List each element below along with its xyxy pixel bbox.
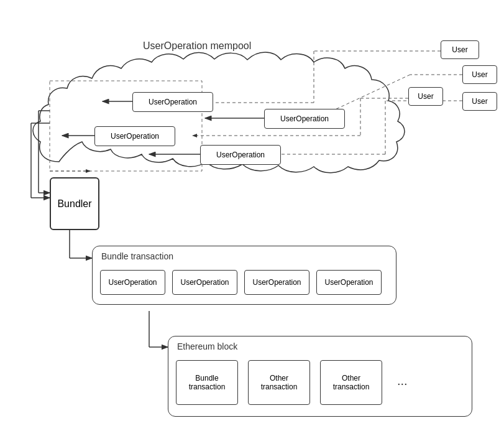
diagram: UserOperation mempool UserOperation User… (0, 0, 504, 436)
bundle-transaction-label: Bundle transaction (101, 251, 173, 261)
bundle-uo-3: UserOperation (244, 270, 309, 295)
ethereum-block-label: Ethereum block (177, 341, 237, 351)
userop-box-4: UserOperation (200, 145, 281, 165)
ethereum-item-4: ... (397, 374, 408, 388)
user-box-1: User (441, 40, 479, 59)
ethereum-item-3: Other transaction (320, 360, 382, 405)
bundler-box: Bundler (50, 177, 99, 230)
userop-box-3: UserOperation (94, 126, 175, 146)
userop-box-1: UserOperation (132, 92, 213, 112)
mempool-label: UserOperation mempool (143, 40, 251, 52)
user-box-4: User (462, 92, 497, 111)
bundle-uo-1: UserOperation (100, 270, 165, 295)
user-box-2: User (462, 65, 497, 84)
user-box-3: User (408, 87, 443, 106)
ethereum-item-1: Bundle transaction (176, 360, 238, 405)
bundle-uo-2: UserOperation (172, 270, 237, 295)
userop-box-2: UserOperation (264, 109, 345, 129)
ethereum-block-container: Ethereum block Bundle transaction Other … (168, 336, 472, 417)
bundle-transaction-container: Bundle transaction UserOperation UserOpe… (92, 246, 396, 305)
ethereum-item-2: Other transaction (248, 360, 310, 405)
bundle-uo-4: UserOperation (316, 270, 382, 295)
